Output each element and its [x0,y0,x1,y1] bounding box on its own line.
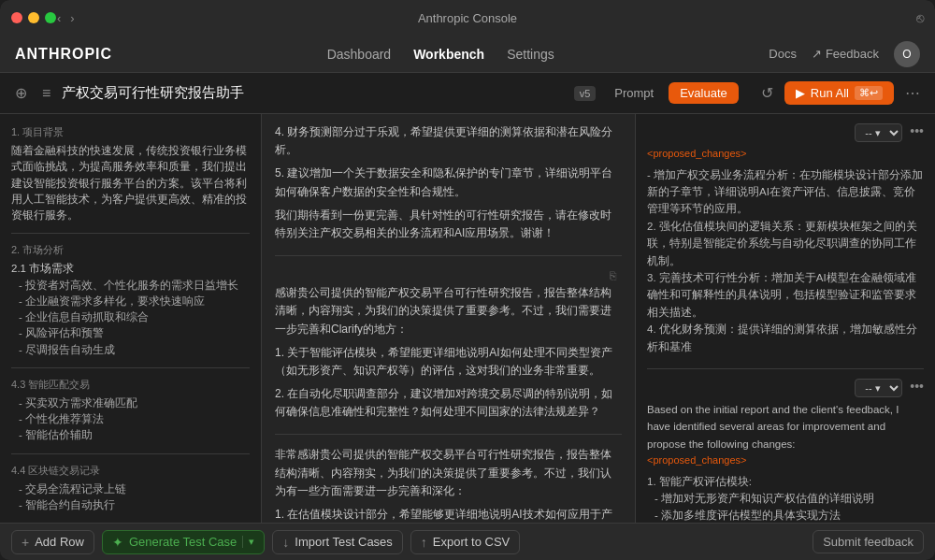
run-icon: ▶ [796,86,805,100]
copy-icon-row: ⎘ [275,267,622,284]
list-icon[interactable]: ≡ [38,81,54,106]
nav-workbench[interactable]: Workbench [413,47,484,62]
workbench-title: 产权交易可行性研究报告助手 [62,84,566,102]
title-bar: ‹ › Anthropic Console ⎋ [0,0,935,36]
close-button[interactable] [11,12,22,23]
bottom-bar: + Add Row ✦ Generate Test Case ▾ ↓ Impor… [0,523,935,560]
divider-3 [11,453,250,454]
message-text-2: 感谢贵公司提供的智能产权交易平台可行性研究报告，报告整体结构清晰，内容翔实，为我… [275,284,622,421]
submit-feedback-button[interactable]: Submit feedback [813,530,924,553]
grade-select-1[interactable]: -- ▾ [855,123,902,142]
left-panel: 1. 项目背景 随着金融科技的快速发展，传统投资银行业务模式面临挑战，为提高服务… [0,114,262,523]
middle-panel: 4. 财务预测部分过于乐观，希望提供更详细的测算依据和潜在风险分析。 5. 建议… [262,114,636,523]
version-badge: v5 [574,86,597,101]
forward-arrow[interactable]: › [67,11,77,25]
list-item: - 风险评估和预警 [11,325,250,341]
title-bar-right: ⎋ [916,9,924,26]
traffic-lights[interactable] [11,12,56,23]
nav-dashboard[interactable]: Dashboard [327,47,392,62]
export-icon: ↑ [421,535,427,550]
section-content-2: 2.1 市场需求 - 投资者对高效、个性化服务的需求日益增长 - 企业融资需求多… [11,261,250,358]
list-item: - 企业融资需求多样化，要求快速响应 [11,294,250,309]
right-divider-1 [647,368,924,369]
history-icon[interactable]: ↺ [757,80,777,106]
right-panel: -- ▾ ••• <proposed_changes> - 增加产权交易业务流程… [636,114,935,523]
list-item: - 智能合约自动执行 [11,497,250,513]
docs-button[interactable]: Docs [769,47,797,61]
divider-1 [11,233,250,234]
run-all-button[interactable]: ▶ Run All ⌘↩ [784,81,894,105]
add-icon: + [22,535,29,550]
more-button-2[interactable]: ••• [910,379,924,397]
wb-tabs: Prompt Evaluate [603,82,739,104]
generate-test-case-button[interactable]: ✦ Generate Test Case ▾ [102,530,265,554]
logo: ANTHROPIC [15,46,112,63]
more-button-1[interactable]: ••• [910,123,924,142]
nav-arrows: ‹ › [54,11,78,25]
user-avatar[interactable]: O [894,41,920,67]
more-options-icon[interactable]: ⋯ [901,80,924,106]
evaluate-tab[interactable]: Evaluate [669,82,739,104]
message-block-3: 非常感谢贵公司提供的智能产权交易平台可行性研究报告，报告整体结构清晰、内容翔实，… [275,446,622,523]
list-item: - 尽调报告自动生成 [11,342,250,358]
nav-links: Dashboard Workbench Settings [327,47,554,62]
wb-right-icons: ↺ ▶ Run All ⌘↩ ⋯ [757,80,924,106]
share-icon[interactable]: ⎋ [916,10,924,25]
msg-divider-2 [275,434,622,435]
message-block-1: 4. 财务预测部分过于乐观，希望提供更详细的测算依据和潜在风险分析。 5. 建议… [275,123,622,242]
minimize-button[interactable] [28,12,39,23]
nav-right: Docs ↗ Feedback O [769,41,920,67]
left-section-2: 2. 市场分析 2.1 市场需求 - 投资者对高效、个性化服务的需求日益增长 -… [0,239,261,362]
dropdown-arrow-icon[interactable]: ▾ [242,536,254,548]
add-icon[interactable]: ⊕ [11,80,31,106]
export-csv-button[interactable]: ↑ Export to CSV [410,530,520,554]
list-item: - 个性化推荐算法 [11,411,250,427]
left-section-1: 1. 项目背景 随着金融科技的快速发展，传统投资银行业务模式面临挑战，为提高服务… [0,122,261,227]
msg-divider-1 [275,255,622,256]
feedback-icon: ↗ [812,47,822,61]
divider-2 [11,367,250,368]
section-num-2: 2. 市场分析 [11,243,250,257]
copy-button[interactable]: ⎘ [604,267,622,284]
section-content-44: - 交易全流程记录上链 - 智能合约自动执行 [11,481,250,514]
message-block-2: ⎘ 感谢贵公司提供的智能产权交易平台可行性研究报告，报告整体结构清晰，内容翔实，… [275,267,622,421]
prompt-tab[interactable]: Prompt [603,82,665,104]
nav-settings[interactable]: Settings [507,47,554,62]
grade-select-2[interactable]: -- ▾ [855,379,902,397]
list-item: - 企业信息自动抓取和综合 [11,309,250,325]
list-item: - 智能估价辅助 [11,427,250,443]
right-text-1: <proposed_changes> - 增加产权交易业务流程分析：在功能模块设… [647,146,924,355]
top-nav: ANTHROPIC Dashboard Workbench Settings D… [0,36,935,73]
section-num-44: 4.4 区块链交易记录 [11,464,250,478]
section-num-43: 4.3 智能匹配交易 [11,378,250,392]
section-content-1: 随着金融科技的快速发展，传统投资银行业务模式面临挑战，为提高服务效率和质量，我们… [11,143,250,223]
import-icon: ↓ [282,535,289,550]
main-content: 1. 项目背景 随着金融科技的快速发展，传统投资银行业务模式面临挑战，为提高服务… [0,114,935,523]
list-item: - 买卖双方需求准确匹配 [11,395,250,411]
shortcut-badge: ⌘↩ [855,86,883,100]
right-block-header-1: -- ▾ ••• [647,123,924,142]
workbench-header: ⊕ ≡ 产权交易可行性研究报告助手 v5 Prompt Evaluate ↺ ▶… [0,73,935,114]
right-block-2: -- ▾ ••• Based on the initial report and… [647,379,924,523]
message-text-1: 4. 财务预测部分过于乐观，希望提供更详细的测算依据和潜在风险分析。 5. 建议… [275,123,622,242]
right-text-2: Based on the initial report and the clie… [647,401,924,523]
back-arrow[interactable]: ‹ [54,11,64,25]
add-row-button[interactable]: + Add Row [11,530,94,554]
right-block-header-2: -- ▾ ••• [647,379,924,397]
right-block-1: -- ▾ ••• <proposed_changes> - 增加产权交易业务流程… [647,123,924,355]
window-title: Anthropic Console [418,11,517,25]
list-item: - 交易全流程记录上链 [11,481,250,497]
message-text-3: 非常感谢贵公司提供的智能产权交易平台可行性研究报告，报告整体结构清晰、内容翔实，… [275,446,622,523]
feedback-button[interactable]: ↗ Feedback [812,47,879,61]
left-section-44: 4.4 区块链交易记录 - 交易全流程记录上链 - 智能合约自动执行 [0,460,261,518]
left-section-43: 4.3 智能匹配交易 - 买卖双方需求准确匹配 - 个性化推荐算法 - 智能估价… [0,374,261,448]
section-num-1: 1. 项目背景 [11,125,250,139]
import-test-cases-button[interactable]: ↓ Import Test Cases [272,530,403,554]
section-content-43: - 买卖双方需求准确匹配 - 个性化推荐算法 - 智能估价辅助 [11,395,250,444]
subsection-label-2: 2.1 市场需求 [11,261,250,277]
changes-header-2: <proposed_changes> [647,452,924,469]
list-item: - 投资者对高效、个性化服务的需求日益增长 [11,278,250,294]
changes-header-1: <proposed_changes> [647,146,924,163]
generate-icon: ✦ [112,535,123,550]
